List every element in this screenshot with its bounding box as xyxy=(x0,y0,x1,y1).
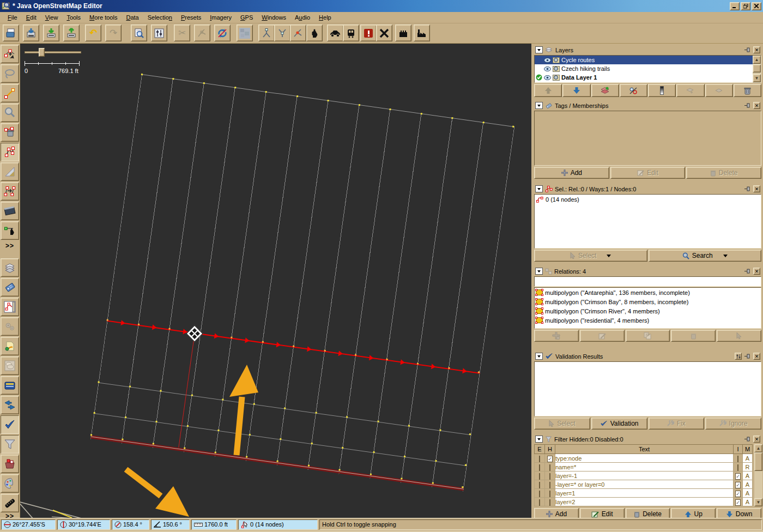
hidden-checkbox[interactable] xyxy=(549,464,550,471)
cut-way-button[interactable]: ✂ xyxy=(174,25,190,41)
close-panel-button[interactable]: ✕ xyxy=(753,353,760,360)
edit-tag-button[interactable]: Edit xyxy=(610,167,686,179)
relations-filter-input[interactable] xyxy=(534,276,761,287)
enabled-checkbox[interactable] xyxy=(539,491,540,497)
transit-button[interactable] xyxy=(343,25,359,41)
inverted-checkbox[interactable] xyxy=(735,491,741,497)
col-text[interactable]: Text xyxy=(555,445,734,454)
add-tag-button[interactable]: Add xyxy=(534,167,609,179)
scroll-down-button[interactable]: ▼ xyxy=(753,74,761,82)
validation-panel-toggle[interactable] xyxy=(1,415,19,434)
tools-overflow-button[interactable]: >> xyxy=(1,240,19,252)
delete-layer-button[interactable] xyxy=(734,84,761,97)
authors-panel-toggle[interactable] xyxy=(1,376,19,395)
scroll-up-button[interactable]: ▲ xyxy=(754,444,762,452)
shapes-panel-toggle[interactable] xyxy=(1,356,19,375)
validation-select-button[interactable]: Select xyxy=(534,418,590,430)
duplicate-relation-button[interactable] xyxy=(626,330,670,342)
enabled-checkbox[interactable] xyxy=(539,456,540,462)
draw-way-tool[interactable] xyxy=(1,143,19,161)
menu-windows[interactable]: Windows xyxy=(257,13,290,22)
sticky-pin-button[interactable] xyxy=(744,102,751,109)
hidden-checkbox[interactable] xyxy=(549,491,550,497)
inverted-checkbox[interactable] xyxy=(737,456,738,462)
relations-panel-toggle[interactable] xyxy=(1,317,19,336)
relation-row[interactable]: multipolygon ("Crimson River", 4 members… xyxy=(535,306,761,316)
sticky-pin-button[interactable] xyxy=(744,185,751,192)
sticky-pin-button[interactable] xyxy=(744,46,751,53)
undo-button[interactable]: ↶ xyxy=(85,25,101,41)
save-button[interactable] xyxy=(23,25,39,41)
validation-ignore-button[interactable]: Ignore xyxy=(705,418,761,430)
enabled-checkbox[interactable] xyxy=(539,473,540,480)
menu-selection[interactable]: Selection xyxy=(143,13,177,22)
select-dropdown-button[interactable]: Select xyxy=(534,250,647,262)
parallel-way-tool[interactable] xyxy=(1,182,19,201)
scroll-thumb[interactable] xyxy=(754,452,762,471)
zoom-slider-handle[interactable] xyxy=(39,48,45,57)
menu-presets[interactable]: Presets xyxy=(177,13,205,22)
menu-gps[interactable]: GPS xyxy=(236,13,257,22)
zoom-tool[interactable] xyxy=(1,104,19,122)
layer-row-cycle-routes[interactable]: Cycle routes xyxy=(535,56,753,64)
move-layer-down-button[interactable] xyxy=(562,84,590,97)
inverted-checkbox[interactable] xyxy=(735,499,741,506)
menu-tools[interactable]: Tools xyxy=(62,13,85,22)
menu-view[interactable]: View xyxy=(41,13,63,22)
close-panel-button[interactable]: ✕ xyxy=(753,268,760,275)
measurement-panel-toggle[interactable] xyxy=(1,494,19,512)
menu-imagery[interactable]: Imagery xyxy=(205,13,236,22)
collapse-button[interactable] xyxy=(535,185,543,192)
enabled-checkbox[interactable] xyxy=(539,482,540,488)
restore-button[interactable] xyxy=(741,2,750,10)
redo-button[interactable]: ↷ xyxy=(105,25,122,41)
collapse-button[interactable] xyxy=(535,436,543,443)
sticky-pin-button[interactable] xyxy=(744,436,751,443)
scroll-down-button[interactable]: ▼ xyxy=(754,498,762,506)
delete-tag-button[interactable]: Delete xyxy=(686,167,761,179)
preferences-button[interactable] xyxy=(151,25,167,41)
close-button[interactable] xyxy=(752,2,761,10)
combine-way-button[interactable] xyxy=(258,25,275,41)
toggle-visibility-button[interactable] xyxy=(620,84,647,97)
close-panel-button[interactable]: ✕ xyxy=(753,185,760,192)
purge-button[interactable] xyxy=(376,25,392,41)
selected-way-item[interactable]: 0 (14 nodes) xyxy=(535,195,761,204)
building-tool[interactable] xyxy=(1,202,19,220)
relation-highlighted-way[interactable] xyxy=(90,435,464,491)
filter-row[interactable]: layer=2 A xyxy=(535,498,753,506)
selection-panel-toggle[interactable] xyxy=(1,298,19,316)
layer-row-czech-hiking-trails[interactable]: Czech hiking trails xyxy=(535,64,761,73)
validation-run-button[interactable]: Validation xyxy=(591,418,647,430)
move-layer-up-button[interactable] xyxy=(534,84,562,97)
inverted-checkbox[interactable] xyxy=(737,464,738,471)
hidden-checkbox[interactable] xyxy=(547,456,553,462)
measure-tool[interactable] xyxy=(1,162,19,181)
scroll-thumb[interactable] xyxy=(753,64,761,72)
menu-edit[interactable]: Edit xyxy=(22,13,41,22)
collapse-button[interactable] xyxy=(535,46,543,53)
download-button[interactable] xyxy=(43,25,59,41)
unglue-way-button[interactable] xyxy=(290,25,306,41)
map-styles-panel-toggle[interactable] xyxy=(1,474,19,493)
command-stack-panel-toggle[interactable] xyxy=(1,396,19,414)
filter-row[interactable]: name=* R xyxy=(535,463,753,471)
filter-row[interactable]: -layer=* or layer=0 A xyxy=(535,480,753,489)
col-enabled[interactable]: E xyxy=(535,445,545,454)
search-document-button[interactable] xyxy=(131,25,147,41)
filter-row[interactable]: type:node A xyxy=(535,454,753,463)
upload-button[interactable] xyxy=(63,25,80,41)
filter-row[interactable]: layer=1 A xyxy=(535,489,753,498)
zoom-slider[interactable] xyxy=(25,48,81,57)
relation-row[interactable]: multipolygon ("Antarephia", 136 members,… xyxy=(535,288,761,297)
menu-more-tools[interactable]: More tools xyxy=(85,13,122,22)
opacity-button[interactable] xyxy=(648,84,676,97)
glue-way-button[interactable] xyxy=(194,25,210,41)
car-button[interactable] xyxy=(327,25,343,41)
col-mode[interactable]: M xyxy=(743,445,753,454)
tags-panel-toggle[interactable] xyxy=(1,278,19,297)
scroll-up-button[interactable]: ▲ xyxy=(753,56,761,64)
merge-layer-button[interactable] xyxy=(591,84,619,97)
collapse-button[interactable] xyxy=(535,102,543,109)
imagery-button[interactable] xyxy=(237,25,253,41)
